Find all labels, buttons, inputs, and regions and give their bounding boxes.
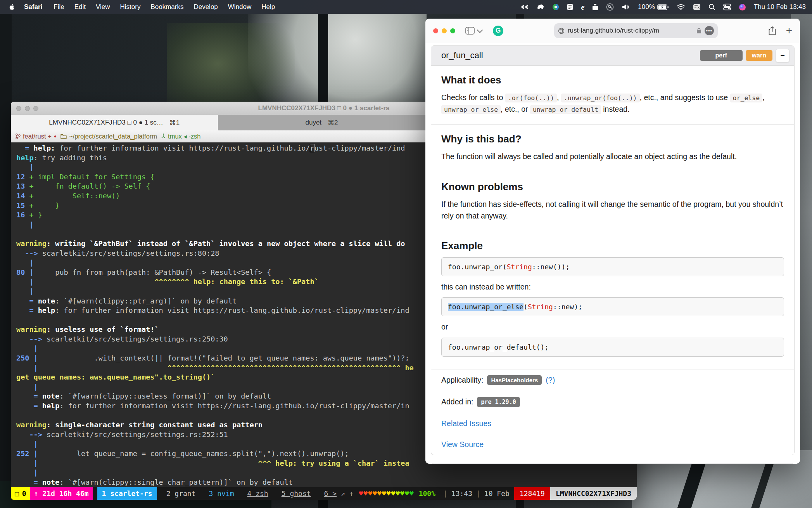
tmux-window-1[interactable]: 1 scarlet-rs — [97, 487, 157, 500]
active-app-name[interactable]: Safari — [19, 3, 48, 11]
network-arrows: ↗ ↑ — [341, 489, 354, 498]
safari-window: G rust-lang.github.io/rust-clippy/m ••• … — [425, 19, 800, 464]
tmux-window-6[interactable]: 6 > — [320, 487, 341, 500]
menu-help[interactable]: Help — [256, 3, 280, 10]
tmux-session-badge[interactable]: □ 0 — [11, 487, 30, 500]
heart-icon: ♥ — [409, 489, 414, 498]
menubar-clock[interactable]: Thu 10 Feb 13:43 — [754, 3, 806, 11]
heart-icon: ♥ — [382, 489, 387, 498]
code-block[interactable]: foo.unwrap_or(String::new()); — [441, 257, 784, 276]
applicability-help-link[interactable]: (?) — [546, 376, 555, 385]
more-options-icon[interactable]: ••• — [705, 26, 714, 35]
section-paragraph: If the function has side-effects, not ca… — [441, 198, 784, 222]
lint-header[interactable]: or_fun_call perf warn − — [431, 46, 794, 66]
tmux-session[interactable]: tmux ◂ -zsh — [161, 133, 200, 140]
tmux-time: 13:43 — [451, 489, 472, 498]
share-icon[interactable] — [769, 26, 776, 35]
spotlight-icon[interactable] — [708, 3, 715, 10]
inline-code: .or(foo(..)) — [505, 94, 557, 102]
evernote-icon[interactable]: e — [581, 3, 584, 12]
tmux-window-4[interactable]: 4 zsh — [244, 487, 272, 500]
terminal-tab-2[interactable]: duyet ⌘2 — [218, 115, 426, 130]
menu-develop[interactable]: Develop — [188, 3, 223, 10]
wifi-icon[interactable] — [677, 4, 685, 10]
tmux-window-list: 1 scarlet-rs2 grant3 nvim4 zsh5 ghost6 > — [93, 487, 341, 500]
chevron-down-icon[interactable] — [477, 27, 483, 33]
applicability-label: Applicability: — [441, 376, 483, 385]
tmux-window-5[interactable]: 5 ghost — [278, 487, 315, 500]
section-heading: Example — [441, 240, 784, 252]
volume-icon[interactable] — [622, 3, 630, 10]
paper-plane-icon[interactable] — [520, 4, 529, 10]
inline-code: or_else — [730, 94, 763, 102]
address-bar[interactable]: rust-lang.github.io/rust-clippy/m ••• — [554, 23, 718, 38]
section-example: Example foo.unwrap_or(String::new()); th… — [431, 231, 794, 369]
code-block[interactable]: foo.unwrap_or_default(); — [441, 338, 784, 357]
current-directory[interactable]: ~/project/scarlet_data_platform — [60, 133, 157, 140]
safari-toolbar: G rust-lang.github.io/rust-clippy/m ••• … — [425, 19, 800, 43]
view-source-row: View Source — [431, 434, 794, 455]
zoom-button[interactable] — [450, 28, 455, 33]
section-paragraph: The function will always be called and p… — [441, 151, 784, 162]
battery-percent: 100% — [638, 3, 655, 11]
related-issues-row: Related Issues — [431, 413, 794, 434]
tmux-status-bar: □ 0 ↑ 21d 16h 46m 1 scarlet-rs2 grant3 n… — [11, 487, 637, 500]
grammarly-extension-icon[interactable]: G — [493, 26, 503, 36]
code-block[interactable]: foo.unwrap_or_else(String::new); — [441, 297, 784, 316]
menu-bar: Safari FileEditViewHistoryBookmarksDevel… — [0, 0, 812, 14]
section-paragraph: this can instead be written: — [441, 281, 784, 293]
keychain-icon[interactable] — [606, 3, 614, 11]
selected-text: foo.unwrap_or_else — [448, 303, 523, 311]
new-tab-button[interactable]: + — [786, 25, 792, 36]
tab-shortcut: ⌘2 — [328, 119, 338, 127]
section-paragraph: or — [441, 321, 784, 333]
tmux-date: 10 Feb — [484, 489, 510, 498]
battery-hearts: ♥♥♥♥♥♥♥♥♥♥♥♥ — [359, 489, 414, 498]
vpn-globe-icon[interactable] — [552, 3, 559, 10]
tmux-battery-percent: 100% — [419, 489, 435, 498]
heart-icon: ♥ — [359, 489, 364, 498]
related-issues-link[interactable]: Related Issues — [441, 419, 491, 428]
inline-code: .unwrap_or(foo(..)) — [561, 94, 640, 102]
terminal-cursor: r — [310, 144, 314, 152]
menu-window[interactable]: Window — [223, 3, 256, 10]
level-badge: warn — [746, 50, 772, 61]
input-source-icon[interactable] — [693, 3, 701, 10]
sidebar-toggle[interactable] — [465, 27, 482, 35]
siri-icon[interactable] — [739, 3, 746, 11]
tmux-window-3[interactable]: 3 nvim — [205, 487, 238, 500]
display-app-icon[interactable] — [592, 3, 598, 10]
terminal-tab-1[interactable]: LMVNHCC02X71XFJHD3 □ 0 ● 1 sc… ⌘1 — [11, 115, 218, 130]
tmux-cpu-badge: 128419 — [514, 487, 550, 500]
menu-view[interactable]: View — [91, 3, 115, 10]
heart-icon: ♥ — [400, 489, 405, 498]
heart-icon: ♥ — [377, 489, 382, 498]
menu-file[interactable]: File — [48, 3, 69, 10]
lock-icon — [696, 28, 701, 34]
tmux-window-2[interactable]: 2 grant — [162, 487, 200, 500]
heart-icon: ♥ — [387, 489, 391, 498]
lint-card-unnecessary-lazy-evaluations[interactable]: unnecessary_lazy_evaluations style warn … — [431, 463, 795, 464]
menu-bookmarks[interactable]: Bookmarks — [145, 3, 188, 10]
git-branch[interactable]: feat/rust + ● — [16, 133, 57, 140]
menu-history[interactable]: History — [115, 3, 146, 10]
section-known-problems: Known problems If the function has side-… — [431, 172, 794, 231]
tab-shortcut: ⌘1 — [169, 119, 180, 127]
page-content: or_fun_call perf warn − What it does Che… — [425, 43, 800, 464]
heart-icon: ♥ — [396, 489, 400, 498]
lint-name: or_fun_call — [441, 50, 483, 61]
menu-edit[interactable]: Edit — [69, 3, 91, 10]
section-paragraph: Checks for calls to .or(foo(..)), .unwra… — [441, 92, 784, 115]
control-center-icon[interactable] — [723, 3, 731, 10]
close-button[interactable] — [433, 28, 438, 33]
collapse-button[interactable]: − — [776, 49, 790, 62]
bear-app-icon[interactable] — [537, 4, 544, 10]
notes-app-icon[interactable] — [567, 3, 573, 10]
minimize-button[interactable] — [442, 28, 447, 33]
battery-status[interactable]: 100% — [638, 3, 669, 11]
section-why-bad: Why is this bad? The function will alway… — [431, 125, 794, 172]
applicability-row: Applicability: HasPlaceholders (?) — [431, 369, 794, 391]
separator: | — [476, 489, 480, 498]
apple-menu-icon[interactable] — [6, 3, 18, 10]
view-source-link[interactable]: View Source — [441, 440, 484, 449]
